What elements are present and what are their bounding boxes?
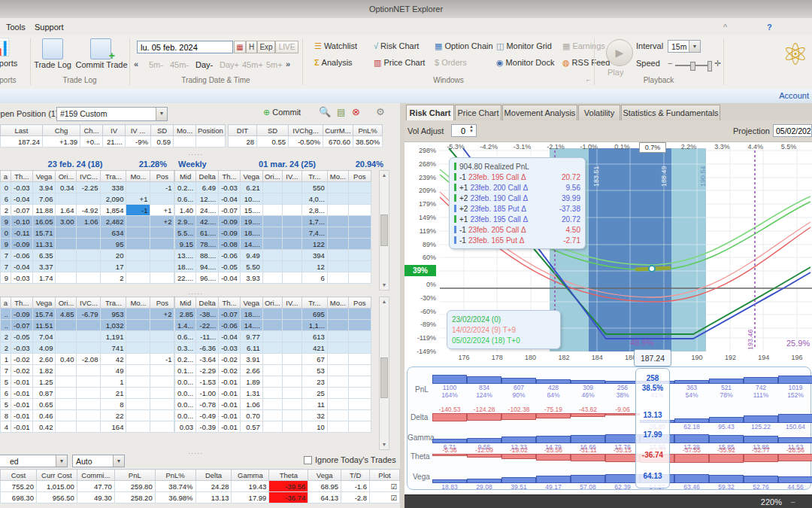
cell[interactable]: -1 bbox=[126, 205, 150, 216]
cell[interactable]: -1.00 bbox=[196, 388, 219, 399]
cell[interactable] bbox=[282, 182, 301, 193]
cell[interactable]: 0.34 bbox=[56, 182, 77, 193]
watchlist-button[interactable]: ☰Watchlist bbox=[314, 41, 357, 51]
projection-date-input[interactable]: 05/02/202 bbox=[773, 124, 812, 137]
cell[interactable] bbox=[262, 376, 282, 388]
cell[interactable]: 0.0... bbox=[175, 388, 196, 399]
cell[interactable]: 3.00 bbox=[56, 216, 77, 227]
cell[interactable]: -22... bbox=[196, 320, 219, 331]
cell[interactable] bbox=[77, 342, 101, 354]
cell[interactable]: -0.04 bbox=[11, 261, 33, 272]
cell[interactable]: 7 bbox=[1, 365, 11, 376]
table-row[interactable]: 1.4...-22...-0.0614....1,1... bbox=[175, 320, 371, 331]
cell[interactable] bbox=[282, 342, 301, 354]
cell[interactable] bbox=[348, 216, 371, 227]
column-header[interactable]: IV... bbox=[282, 297, 301, 309]
cell[interactable] bbox=[77, 250, 101, 261]
cell[interactable]: 24.28 bbox=[195, 481, 232, 492]
cell[interactable]: 1 bbox=[101, 376, 126, 388]
cell[interactable] bbox=[348, 376, 371, 388]
table-row[interactable]: 0.0...-0.49-0.010.7032 bbox=[175, 410, 371, 421]
table-row[interactable]: 2.85-38...-0.0718....695 bbox=[175, 309, 371, 320]
cell[interactable]: 0.2... bbox=[175, 354, 196, 365]
nav-day-plus[interactable]: Day+ bbox=[220, 60, 239, 69]
cell[interactable] bbox=[327, 399, 348, 410]
cell[interactable]: +2 bbox=[150, 309, 174, 320]
table-row[interactable]: 0.1...-2.29-0.022.6653 bbox=[175, 365, 371, 376]
cell[interactable]: 187.24 bbox=[1, 136, 43, 148]
nav-45m-plus[interactable]: 45m+ bbox=[242, 60, 263, 69]
cell[interactable]: 12.... bbox=[196, 193, 219, 205]
column-header[interactable]: Vega bbox=[32, 171, 56, 182]
cell[interactable]: -0.05 bbox=[219, 261, 241, 272]
cell[interactable] bbox=[150, 320, 174, 331]
cell[interactable]: 0.87 bbox=[32, 388, 56, 399]
cell[interactable] bbox=[150, 250, 174, 261]
cell[interactable]: -0.78 bbox=[196, 399, 219, 410]
cell[interactable]: 0.1... bbox=[175, 365, 196, 376]
cell[interactable] bbox=[126, 320, 150, 331]
cell[interactable]: 10.... bbox=[240, 193, 262, 205]
cell[interactable]: -0.04 bbox=[219, 193, 241, 205]
cell[interactable]: 6.11 bbox=[240, 342, 262, 354]
cell[interactable]: +0... bbox=[80, 136, 103, 148]
cell[interactable]: -0.04 bbox=[219, 272, 241, 284]
cell[interactable]: 9.15 bbox=[175, 239, 196, 250]
tab-risk-chart[interactable]: Risk Chart bbox=[406, 105, 454, 120]
cell[interactable]: 1.4... bbox=[175, 320, 196, 331]
cell[interactable]: 38.74% bbox=[155, 481, 195, 492]
cell[interactable]: -2.8 bbox=[341, 492, 370, 503]
table-row[interactable]: ..-0.0711.511,032 bbox=[1, 320, 174, 331]
cell[interactable] bbox=[56, 331, 77, 342]
cell[interactable]: -2.25 bbox=[77, 182, 101, 193]
column-header[interactable]: PnL% bbox=[155, 470, 195, 481]
cell[interactable] bbox=[262, 421, 282, 433]
cell[interactable]: 3.37 bbox=[32, 261, 56, 272]
table-row[interactable]: ..-0.0915.744.85-6.79953+2 bbox=[1, 309, 174, 320]
cell[interactable]: 1,032 bbox=[101, 320, 126, 331]
cell[interactable]: 0.3... bbox=[175, 342, 196, 354]
column-header[interactable]: Pos bbox=[348, 171, 371, 182]
cell[interactable] bbox=[348, 399, 371, 410]
cell[interactable]: 0.46 bbox=[32, 410, 56, 421]
cell[interactable]: 7.04 bbox=[32, 331, 56, 342]
cell[interactable] bbox=[262, 239, 282, 250]
cell[interactable]: 21 bbox=[101, 388, 126, 399]
table-row[interactable]: 0.2...-3.64-0.023.9167 bbox=[175, 354, 371, 365]
cell[interactable] bbox=[196, 136, 226, 148]
cell[interactable]: -11... bbox=[196, 331, 219, 342]
cell[interactable]: +1 bbox=[126, 193, 150, 205]
column-header[interactable]: Tr... bbox=[301, 171, 327, 182]
splitter-handle[interactable]: ····· bbox=[188, 151, 203, 158]
table-row[interactable]: 22....96....-0.043.936 bbox=[175, 272, 371, 284]
table-row[interactable]: 9-0.0911.3195 bbox=[1, 239, 174, 250]
cell[interactable]: -0.03 bbox=[219, 342, 241, 354]
column-header[interactable]: Cost bbox=[1, 470, 37, 481]
cell[interactable]: 28 bbox=[229, 136, 257, 148]
position-select[interactable]: #159 Custom▼ bbox=[56, 107, 168, 121]
cell[interactable]: 9 bbox=[1, 216, 11, 227]
cell[interactable] bbox=[348, 365, 371, 376]
help-icon[interactable]: ? bbox=[762, 21, 777, 33]
cell[interactable] bbox=[348, 239, 371, 250]
column-header[interactable]: Delta bbox=[196, 297, 219, 309]
cell[interactable] bbox=[77, 193, 101, 205]
cell[interactable] bbox=[348, 410, 371, 421]
cell[interactable]: 7 bbox=[1, 261, 11, 272]
cell[interactable]: 8 bbox=[101, 399, 126, 410]
cell[interactable]: -0.03 bbox=[11, 342, 33, 354]
speed-plus-icon[interactable]: ✛ bbox=[714, 59, 721, 68]
cell[interactable]: -0.05 bbox=[11, 331, 33, 342]
cell[interactable] bbox=[77, 365, 101, 376]
cell[interactable]: -0.09 bbox=[11, 309, 33, 320]
table-row[interactable]: 698.30956.5049.30258.2036.98%13.1317.99-… bbox=[1, 492, 400, 503]
table-row[interactable]: 5.5...61....-0.0918....7,4... bbox=[175, 227, 371, 239]
cell[interactable] bbox=[77, 239, 101, 250]
nav-5m-minus[interactable]: 5m- bbox=[149, 60, 163, 69]
tab-price-chart[interactable]: Price Chart bbox=[455, 105, 501, 120]
cell[interactable]: -1.6 bbox=[341, 481, 370, 492]
cell[interactable]: 8 bbox=[1, 410, 11, 421]
cell[interactable]: +2 bbox=[150, 216, 174, 227]
column-header[interactable]: Delta bbox=[196, 171, 219, 182]
cell[interactable] bbox=[150, 365, 174, 376]
